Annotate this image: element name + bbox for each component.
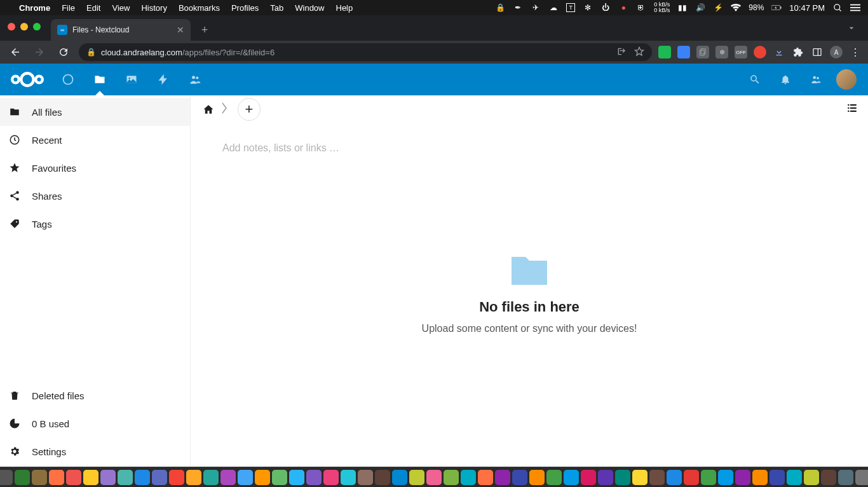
ext-copy-icon[interactable] (696, 46, 709, 58)
sidebar-item-shares[interactable]: Shares (0, 182, 190, 210)
header-notifications-button[interactable] (771, 65, 799, 93)
dock-app-icon[interactable] (341, 470, 356, 485)
menu-history[interactable]: History (141, 3, 166, 13)
ext-blue-icon[interactable] (677, 46, 690, 58)
spotlight-icon[interactable] (832, 3, 843, 13)
dock-app-icon[interactable] (478, 470, 493, 485)
menu-file[interactable]: File (62, 3, 75, 13)
ext-record-icon[interactable] (754, 46, 766, 58)
forward-button[interactable] (31, 43, 48, 61)
dock-app-icon[interactable] (255, 470, 270, 485)
shield-icon[interactable]: ⛨ (636, 3, 646, 13)
dock-app-icon[interactable] (684, 470, 699, 485)
view-toggle-button[interactable] (846, 102, 858, 116)
sidebar-item-all-files[interactable]: All files (0, 98, 190, 126)
ext-panel-icon[interactable] (811, 46, 824, 58)
dock-app-icon[interactable] (272, 470, 287, 485)
nextcloud-logo-icon[interactable] (8, 69, 47, 90)
ext-green-icon[interactable] (658, 46, 671, 58)
lock-icon[interactable]: 🔒 (495, 3, 505, 13)
nav-activity[interactable] (147, 64, 179, 95)
network-stats[interactable]: 0 kB/s0 kB/s (654, 2, 670, 13)
dock-app-icon[interactable] (632, 470, 648, 485)
chrome-profile-avatar[interactable]: A (830, 46, 843, 58)
power-icon[interactable]: ⏻ (600, 3, 611, 13)
dock-app-icon[interactable] (804, 470, 819, 485)
dock-app-icon[interactable] (564, 470, 579, 485)
tab-close-button[interactable]: ✕ (177, 25, 184, 35)
breadcrumb-home[interactable] (201, 102, 216, 117)
dock-app-icon[interactable] (118, 470, 133, 485)
volume-icon[interactable]: 🔊 (695, 3, 705, 13)
battery-icon[interactable] (771, 3, 782, 13)
dock-app-icon[interactable] (821, 470, 836, 485)
dock-app-icon[interactable] (289, 470, 304, 485)
notes-input[interactable] (222, 142, 836, 154)
user-avatar[interactable] (836, 69, 857, 90)
dock-app-icon[interactable] (787, 470, 802, 485)
gear-icon[interactable]: ✻ (583, 3, 593, 13)
header-search-button[interactable] (741, 65, 769, 93)
dock-app-icon[interactable] (770, 470, 785, 485)
dock-app-icon[interactable] (752, 470, 768, 485)
dock-app-icon[interactable] (83, 470, 98, 485)
dock-app-icon[interactable] (512, 470, 527, 485)
site-lock-icon[interactable]: 🔒 (86, 48, 96, 57)
menubar-clock[interactable]: 10:47 PM (789, 3, 825, 13)
dock-app-icon[interactable] (735, 470, 750, 485)
bolt-icon[interactable]: ⚡ (713, 3, 723, 13)
dock-app-icon[interactable] (701, 470, 716, 485)
sidebar-item-deleted[interactable]: Deleted files (0, 381, 190, 409)
dock-app-icon[interactable] (323, 470, 339, 485)
fullscreen-window-button[interactable] (33, 23, 41, 31)
dock-app-icon[interactable] (598, 470, 613, 485)
dock-app-icon[interactable] (426, 470, 442, 485)
dock-app-icon[interactable] (100, 470, 116, 485)
telegram-icon[interactable]: ✈ (531, 3, 541, 13)
address-bar[interactable]: 🔒 cloud.andraelang.com/apps/files/?dir=/… (79, 43, 652, 61)
menubar-app-name[interactable]: Chrome (19, 3, 50, 13)
wifi-icon[interactable] (731, 3, 741, 13)
dock-app-icon[interactable] (238, 470, 253, 485)
sidebar-item-favourites[interactable]: Favourites (0, 154, 190, 182)
menu-help[interactable]: Help (336, 3, 353, 13)
dock-app-icon[interactable] (0, 470, 13, 485)
quill-icon[interactable]: ✒ (513, 3, 523, 13)
dock-app-icon[interactable] (306, 470, 322, 485)
menu-profiles[interactable]: Profiles (231, 3, 259, 13)
text-icon[interactable]: T (566, 3, 575, 12)
dock-app-icon[interactable] (667, 470, 682, 485)
ext-download-icon[interactable] (773, 46, 785, 58)
new-tab-button[interactable]: + (196, 21, 214, 39)
dock-app-icon[interactable] (409, 470, 424, 485)
dock-app-icon[interactable] (546, 470, 562, 485)
dock-app-icon[interactable] (649, 470, 665, 485)
dock-app-icon[interactable] (461, 470, 476, 485)
dock-app-icon[interactable] (495, 470, 510, 485)
menu-edit[interactable]: Edit (86, 3, 100, 13)
dock-app-icon[interactable] (135, 470, 150, 485)
nav-photos[interactable] (116, 64, 147, 95)
control-center-icon[interactable] (850, 3, 860, 13)
dock-app-icon[interactable] (375, 470, 390, 485)
menu-tab[interactable]: Tab (270, 3, 283, 13)
dock-app-icon[interactable] (581, 470, 596, 485)
nav-files[interactable] (84, 64, 116, 95)
nav-contacts[interactable] (179, 64, 211, 95)
cloud-icon[interactable]: ☁ (548, 3, 559, 13)
dock-app-icon[interactable] (855, 470, 868, 485)
bookmark-star-icon[interactable] (634, 46, 644, 58)
dock-app-icon[interactable] (529, 470, 545, 485)
reload-button[interactable] (55, 43, 72, 61)
dock-app-icon[interactable] (203, 470, 219, 485)
ext-snow-icon[interactable]: ❄ (715, 46, 728, 58)
nav-dashboard[interactable] (52, 64, 84, 95)
dock-app-icon[interactable] (392, 470, 407, 485)
tab-overflow-button[interactable] (845, 22, 858, 34)
sidebar-item-settings[interactable]: Settings (0, 437, 190, 465)
dock-app-icon[interactable] (718, 470, 733, 485)
record-icon[interactable]: ● (618, 3, 628, 13)
battery-bars-icon[interactable]: ▮▮ (677, 3, 688, 13)
menu-window[interactable]: Window (295, 3, 324, 13)
dock-app-icon[interactable] (66, 470, 81, 485)
